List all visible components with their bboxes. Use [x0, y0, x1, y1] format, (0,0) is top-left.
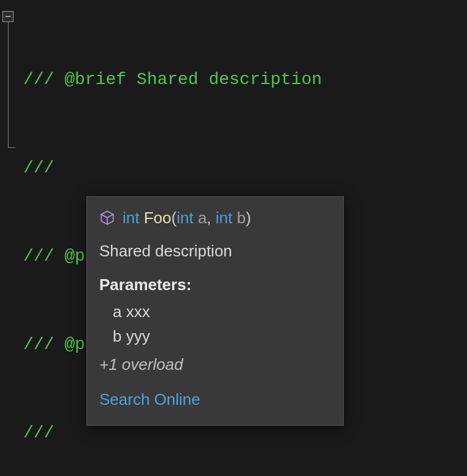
tooltip-parameters-heading: Parameters: [99, 272, 331, 297]
code-editor[interactable]: − /// @brief Shared description /// /// … [0, 0, 467, 476]
tooltip-description: Shared description [99, 239, 331, 263]
fold-collapse-icon[interactable]: − [2, 11, 13, 22]
comment-line: /// [23, 153, 467, 183]
search-online-link[interactable]: Search Online [99, 387, 331, 412]
comment-line: /// @brief Shared description [23, 65, 467, 94]
tooltip-signature-row: int Foo(int a, int b) [99, 205, 331, 230]
fold-guide-line [8, 22, 9, 147]
tooltip-signature: int Foo(int a, int b) [123, 205, 251, 230]
intellisense-tooltip: int Foo(int a, int b) Shared description… [86, 196, 344, 426]
tooltip-overload-note: +1 overload [99, 352, 331, 377]
tooltip-parameter: b yyy [113, 324, 331, 348]
tooltip-parameter: a xxx [113, 299, 331, 324]
cube-icon [99, 210, 115, 226]
fold-guide-end [8, 147, 15, 148]
fold-gutter: − [0, 5, 21, 148]
